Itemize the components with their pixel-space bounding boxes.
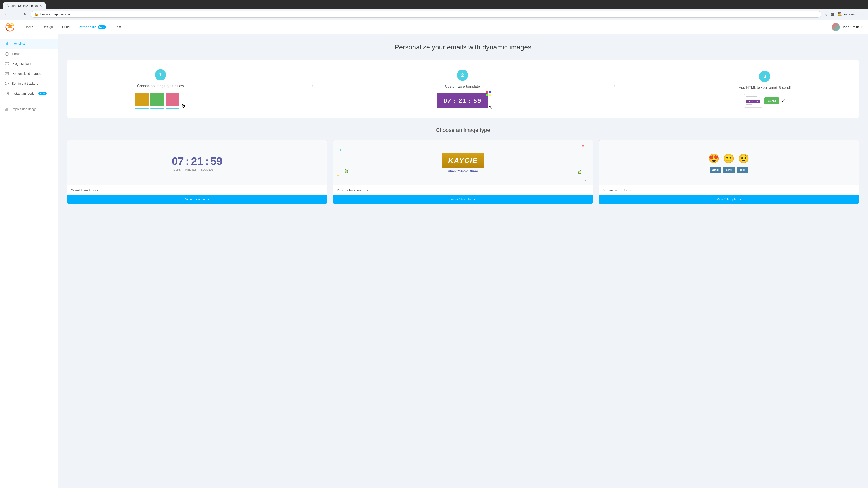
- step-2-content: 2 Customize a template 07 : 21 : 59 ↖: [437, 70, 488, 108]
- sentiment-bars: 80% 15% 5%: [710, 166, 748, 173]
- back-button[interactable]: ←: [3, 11, 10, 18]
- step-3-title: Add HTML to your email & send!: [739, 86, 791, 90]
- countdown-timer-preview: 07 : 21 : 59 HOURS MINUTES SECONDS: [67, 140, 327, 186]
- avatar-initials: JS: [834, 25, 837, 29]
- sidebar-item-overview[interactable]: Overview: [0, 39, 58, 49]
- view-templates-personalized-button[interactable]: View 4 templates: [333, 195, 593, 204]
- sidebar-item-personalized-images[interactable]: Personalized images: [0, 69, 58, 78]
- bookmark-button[interactable]: ☆: [823, 11, 828, 18]
- step-1-preview: 🖱: [135, 93, 186, 109]
- tab-close-button[interactable]: ✕: [39, 4, 42, 7]
- emoji-sad: 😟: [738, 153, 749, 164]
- main-content: Overview Timers Progress bars Personaliz…: [0, 34, 868, 488]
- tab-label: John Smith > Litmus: [11, 4, 37, 7]
- svg-rect-11: [5, 62, 7, 63]
- banner-name: KAYCIE: [448, 156, 478, 165]
- chevron-down-icon: ▾: [861, 26, 863, 29]
- browser-tab-bar: ⬡ John Smith > Litmus ✕ +: [3, 2, 865, 9]
- url-bar[interactable]: 🔒 litmus.com/personalize: [31, 11, 822, 18]
- page-content: Personalize your emails with dynamic ima…: [58, 34, 868, 488]
- nav-test[interactable]: Test: [111, 20, 126, 34]
- personalized-content: 🌿 🌿 KAYCIE CONGRATULATIONS!: [333, 140, 593, 186]
- svg-rect-14: [5, 72, 8, 75]
- sidebar-item-instagram-feeds[interactable]: Instagram feeds NEW: [0, 89, 58, 98]
- progress-icon: [4, 61, 9, 66]
- deco-dot-4: [585, 180, 586, 181]
- step-2-palette: [486, 91, 491, 96]
- browser-actions: ☆ ⊡ 🕵 Incognito ⋮: [823, 11, 865, 18]
- sidebar: Overview Timers Progress bars Personaliz…: [0, 34, 58, 488]
- personalized-banner: KAYCIE CONGRATULATIONS!: [442, 153, 484, 173]
- personalize-badge: New: [98, 25, 106, 29]
- new-tab-button[interactable]: +: [46, 2, 53, 9]
- deco-dot-1: [582, 145, 584, 147]
- timer-label-minutes: MINUTES: [185, 168, 197, 171]
- sidebar-item-progress-bars[interactable]: Progress bars: [0, 59, 58, 69]
- emoji-neutral: 😐: [723, 153, 735, 164]
- sidebar-instagram-feeds-label: Instagram feeds: [12, 92, 34, 95]
- active-tab[interactable]: ⬡ John Smith > Litmus ✕: [3, 2, 46, 9]
- sidebar-item-impression-usage[interactable]: Impression usage: [0, 104, 58, 114]
- svg-point-16: [5, 82, 8, 86]
- timer-minutes: 21: [191, 155, 203, 167]
- step-3-preview: 07 : 21 : 59 SEND ↙: [744, 94, 785, 107]
- main-nav: Home Design Build Personalize New Test: [20, 20, 832, 34]
- send-button-mockup: SEND: [765, 97, 779, 104]
- card-sentiment-trackers: 😍 😐 😟 80% 15% 5% Sentiment trackers View…: [598, 140, 859, 204]
- app-logo[interactable]: [5, 23, 14, 32]
- step-3-cursor: ↙: [781, 98, 785, 104]
- smile-icon: [4, 81, 9, 86]
- app-header: Home Design Build Personalize New Test J…: [0, 20, 868, 34]
- card-type-label-personalized: Personalized images: [333, 186, 593, 195]
- svg-point-18: [7, 83, 8, 84]
- step-2-number: 2: [457, 70, 468, 81]
- incognito-icon: 🕵: [837, 12, 842, 17]
- deco-dot-3: [338, 175, 339, 176]
- svg-point-15: [6, 73, 6, 74]
- view-templates-sentiment-button[interactable]: View 5 templates: [599, 195, 859, 204]
- sidebar-item-sentiment-trackers[interactable]: Sentiment trackers: [0, 78, 58, 89]
- view-templates-timers-button[interactable]: View 8 templates: [67, 195, 327, 204]
- svg-rect-13: [5, 64, 6, 65]
- user-avatar: JS: [832, 23, 840, 31]
- emoji-happy: 😍: [708, 153, 719, 164]
- steps-section: 1 Choose an image type below: [67, 60, 859, 118]
- svg-point-21: [8, 92, 8, 93]
- bar-green: [150, 93, 164, 109]
- timer-preview: 07 : 21 : 59: [437, 93, 488, 108]
- sentiment-bar-2: 15%: [723, 166, 735, 173]
- sidebar-progress-bars-label: Progress bars: [12, 62, 31, 66]
- document-icon: [4, 41, 9, 46]
- sentiment-bar-1: 80%: [710, 166, 721, 173]
- user-menu[interactable]: JS John Smith ▾: [832, 23, 863, 31]
- incognito-button[interactable]: 🕵 Incognito: [837, 11, 857, 18]
- url-text: litmus.com/personalize: [40, 12, 817, 16]
- timer-label-hours: HOURS: [172, 168, 181, 171]
- nav-home[interactable]: Home: [20, 20, 38, 34]
- step-1: 1 Choose an image type below: [135, 69, 186, 109]
- timer-in-email: 07 : 21 : 59: [746, 100, 760, 103]
- step-arrow-1: →: [304, 83, 319, 89]
- step-3: 3 Add HTML to your email & send! 07 : 21…: [739, 71, 791, 107]
- nav-personalize[interactable]: Personalize New: [74, 20, 111, 34]
- timer-colon-2: :: [205, 155, 209, 167]
- instagram-icon: [4, 91, 9, 96]
- nav-build[interactable]: Build: [58, 20, 74, 34]
- sidebar-item-timers[interactable]: Timers: [0, 49, 58, 59]
- banner-congrats: CONGRATULATIONS!: [442, 169, 484, 173]
- nav-design[interactable]: Design: [38, 20, 58, 34]
- browser-controls: ← → ✕ 🔒 litmus.com/personalize ☆ ⊡ 🕵 Inc…: [0, 9, 868, 20]
- forward-button[interactable]: →: [12, 11, 20, 18]
- svg-rect-22: [5, 109, 6, 111]
- step-3-number: 3: [759, 71, 770, 82]
- sentiment-visual: 😍 😐 😟 80% 15% 5%: [708, 153, 749, 173]
- reload-button[interactable]: ✕: [22, 11, 29, 18]
- section-title: Choose an image type: [67, 127, 859, 133]
- page-title: Personalize your emails with dynamic ima…: [67, 43, 859, 51]
- timer-seconds: 59: [211, 155, 222, 167]
- reader-mode-button[interactable]: ⊡: [830, 11, 835, 18]
- more-button[interactable]: ⋮: [859, 11, 865, 18]
- timer-label-seconds: SECONDS: [201, 168, 213, 171]
- timer-labels: HOURS MINUTES SECONDS: [172, 168, 222, 171]
- card-type-label-timers: Countdown timers: [67, 186, 327, 195]
